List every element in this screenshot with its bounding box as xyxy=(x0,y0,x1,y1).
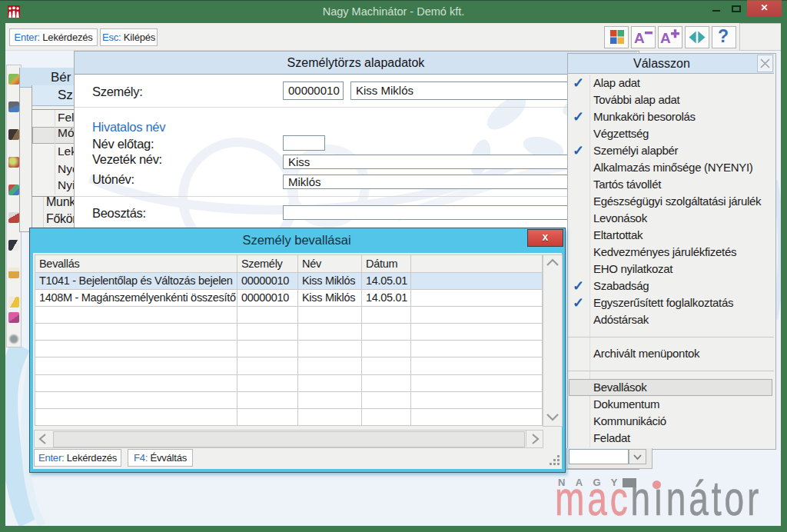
svg-text:A: A xyxy=(634,30,645,46)
svg-text:A: A xyxy=(660,30,671,46)
